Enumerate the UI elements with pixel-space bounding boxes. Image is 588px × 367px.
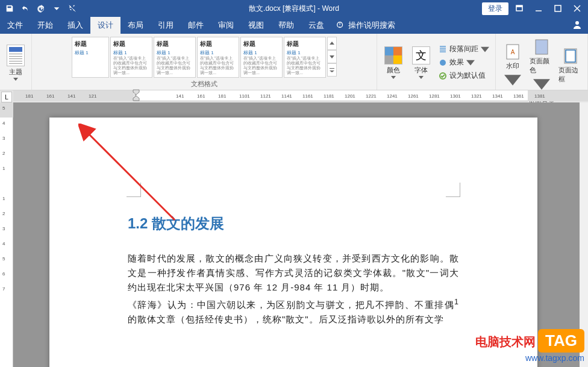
group-label-formatting: 文档格式 (191, 78, 217, 89)
tab-design[interactable]: 设计 (90, 17, 120, 34)
ribbon-display-button[interactable] (511, 1, 528, 16)
theme-icon (7, 45, 25, 66)
gallery-up[interactable] (327, 37, 337, 50)
close-button[interactable] (569, 1, 586, 16)
document-paragraph[interactable]: 《辞海》认为：中国六朝以来，为区别韵文与骈文，把凡不押韵、不重排偶1的散体文章（… (128, 295, 459, 327)
font-icon: 文 (412, 46, 430, 64)
gallery-scroll (327, 37, 337, 77)
indent-marker-icon[interactable] (133, 89, 140, 101)
watermark-tag: TAG (538, 329, 584, 353)
watermark-overlay: 电脑技术网 TAG www.tagxp.com (475, 329, 584, 363)
svg-rect-1 (516, 7, 522, 11)
page[interactable]: 1.2 散文的发展 随着时代的发展，散文的概念由广义向狭义转变，并受到西方文化的… (49, 118, 537, 367)
horizontal-ruler[interactable]: 181 161 141 121 2 141 161 181 1101 1121 … (13, 90, 588, 101)
document-heading[interactable]: 1.2 散文的发展 (128, 214, 459, 233)
margin-mark-icon (446, 183, 460, 197)
minimize-button[interactable] (530, 1, 547, 16)
tab-home[interactable]: 开始 (30, 17, 60, 34)
redo-button[interactable] (34, 1, 48, 16)
svg-text:A: A (511, 49, 515, 55)
format-options: 段落间距 效果 设为默认值 (436, 43, 492, 82)
page-border-button[interactable]: 页面边框 (557, 45, 584, 86)
ribbon-group-formatting: 标题 标题 1 标题 标题 1 在"插入"选项卡上的收藏库中包含可与文档整体外观… (32, 34, 377, 90)
ribbon: 主题 标题 标题 1 标题 标题 1 在"插入"选项卡上的收藏库中包含可与文档整… (0, 34, 588, 90)
style-card[interactable]: 标题 标题 1 在"插入"选项卡上的收藏库中包含可与文档整体外观协调一致... (110, 37, 152, 78)
login-button[interactable]: 登录 (482, 2, 508, 15)
touch-mode-button[interactable] (65, 1, 80, 16)
gallery-more[interactable] (327, 63, 337, 77)
tab-help[interactable]: 帮助 (271, 17, 301, 34)
page-color-button[interactable]: 页面颜色 (528, 36, 555, 95)
tab-mailings[interactable]: 邮件 (181, 17, 211, 34)
svg-rect-4 (555, 5, 561, 11)
effects-button[interactable]: 效果 (436, 56, 492, 69)
titlebar: 散文.docx [兼容模式] - Word 登录 (0, 0, 588, 17)
gallery-down[interactable] (327, 50, 337, 63)
tab-insert[interactable]: 插入 (60, 17, 90, 34)
tab-references[interactable]: 引用 (151, 17, 181, 34)
fonts-button[interactable]: 文 字体 (408, 46, 434, 79)
style-card[interactable]: 标题 标题 1 在"插入"选项卡上的收藏库中包含可与文档整体外观协调一致... (284, 37, 326, 78)
save-button[interactable] (2, 1, 17, 16)
style-card[interactable]: 标题 标题 1 在"插入"选项卡上的收藏库中包含可与文档整体外观协调一致... (240, 37, 283, 78)
tab-review[interactable]: 审阅 (211, 17, 241, 34)
style-card[interactable]: 标题 标题 1 在"插入"选项卡上的收藏库中包含可与文档整体外观协调一致... (154, 37, 196, 78)
style-gallery[interactable]: 标题 标题 1 标题 标题 1 在"插入"选项卡上的收藏库中包含可与文档整体外观… (72, 37, 337, 78)
ribbon-group-colors-fonts: 颜色 文 字体 段落间距 效果 (377, 34, 496, 90)
colors-button[interactable]: 颜色 (381, 46, 406, 79)
paragraph-spacing-button[interactable]: 段落间距 (436, 43, 492, 55)
svg-rect-14 (565, 49, 577, 63)
menubar: 文件 开始 插入 设计 布局 引用 邮件 审阅 视图 帮助 云盘 操作说明搜索 (0, 17, 588, 34)
themes-label: 主题 (9, 67, 22, 77)
watermark-url: www.tagxp.com (525, 353, 584, 363)
svg-rect-13 (536, 40, 548, 54)
style-card[interactable]: 标题 标题 1 在"插入"选项卡上的收藏库中包含可与文档整体外观协调一致... (197, 37, 239, 78)
document-paragraph[interactable]: 随着时代的发展，散文的概念由广义向狭义转变，并受到西方文化的影响。散文是一种抒发… (128, 251, 459, 295)
ribbon-group-page-background: A 水印 页面颜色 页面边框 页面背景 (496, 34, 588, 90)
vertical-scrollbar[interactable] (580, 102, 588, 367)
watermark-text: 电脑技术网 (475, 335, 536, 348)
undo-button[interactable] (18, 1, 33, 16)
themes-button[interactable]: 主题 (4, 45, 28, 81)
tab-file[interactable]: 文件 (0, 17, 30, 34)
page-scroll-area[interactable]: 1.2 散文的发展 随着时代的发展，散文的概念由广义向狭义转变，并受到西方文化的… (13, 102, 588, 367)
document-area: 5 4 3 2 1 1 2 3 4 5 6 7 1.2 散文的发展 随着时代的发… (0, 102, 588, 367)
svg-point-9 (440, 60, 446, 66)
tab-cloud[interactable]: 云盘 (301, 17, 331, 34)
color-swatch-icon (384, 46, 402, 64)
tab-layout[interactable]: 布局 (120, 17, 151, 34)
set-default-button[interactable]: 设为默认值 (436, 69, 492, 82)
maximize-button[interactable] (549, 1, 566, 16)
window-title: 散文.docx [兼容模式] - Word (249, 4, 339, 14)
watermark-button[interactable]: A 水印 (499, 41, 526, 91)
margin-mark-icon (127, 183, 141, 197)
qat-customize[interactable] (49, 1, 64, 16)
tell-me-label: 操作说明搜索 (348, 20, 395, 31)
tab-view[interactable]: 视图 (241, 17, 271, 34)
quick-access-toolbar (0, 1, 82, 16)
style-card[interactable]: 标题 标题 1 (72, 37, 109, 78)
svg-point-8 (575, 21, 579, 25)
vertical-ruler[interactable]: 5 4 3 2 1 1 2 3 4 5 6 7 (0, 102, 13, 367)
svg-rect-2 (516, 5, 522, 7)
share-button[interactable] (566, 20, 588, 31)
tell-me-search[interactable]: 操作说明搜索 (336, 20, 395, 31)
tab-selector[interactable]: L (1, 92, 12, 102)
ribbon-group-themes: 主题 (0, 34, 32, 90)
